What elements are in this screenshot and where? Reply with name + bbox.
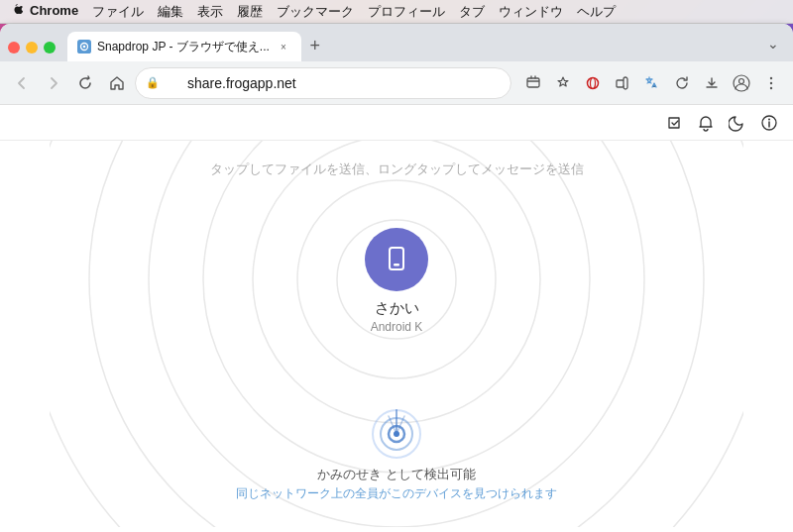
info-button[interactable]: [757, 111, 781, 135]
download-button[interactable]: [698, 69, 726, 97]
svg-rect-3: [527, 78, 539, 87]
menu-bar-items[interactable]: Chrome ファイル 編集 表示 履歴 ブックマーク プロフィール タブ ウィ…: [30, 3, 616, 21]
svg-rect-6: [617, 80, 623, 87]
local-device-desc[interactable]: 同じネットワーク上の全員がこのデバイスを見つけられます: [236, 485, 557, 502]
svg-point-10: [770, 81, 772, 83]
page-content: タップしてファイルを送信、ロングタップしてメッセージを送信 さかい Androi…: [0, 141, 793, 532]
address-bar: 🔒 share.frogapp.net: [0, 61, 793, 105]
rotate-button[interactable]: [668, 69, 696, 97]
star-icon: [555, 75, 571, 91]
profile-button[interactable]: [728, 69, 755, 97]
tab-search-button[interactable]: [519, 69, 547, 97]
radar-icon: [369, 406, 424, 462]
extensions-button[interactable]: [609, 69, 636, 97]
svg-point-13: [768, 118, 770, 120]
svg-point-11: [770, 86, 772, 88]
moon-icon: [729, 114, 746, 132]
svg-rect-21: [390, 248, 403, 269]
device-icon[interactable]: [365, 228, 428, 291]
address-actions: [519, 69, 785, 97]
menu-file[interactable]: ファイル: [92, 3, 144, 21]
extensions-icon: [615, 75, 630, 91]
window-maximize-button[interactable]: [44, 42, 56, 53]
dark-mode-button[interactable]: [726, 111, 749, 135]
svg-point-2: [83, 46, 86, 49]
menu-view[interactable]: 表示: [197, 3, 223, 21]
ext-snapdrop-icon: [665, 114, 683, 132]
menu-tab[interactable]: タブ: [459, 3, 485, 21]
apple-logo-icon: [8, 4, 24, 20]
back-button[interactable]: [8, 69, 36, 97]
more-button[interactable]: [757, 69, 785, 97]
tab-search-icon: [525, 75, 541, 91]
download-icon: [704, 75, 720, 91]
home-icon: [109, 75, 125, 91]
hint-text: タップしてファイルを送信、ロングタップしてメッセージを送信: [210, 160, 584, 178]
menu-window[interactable]: ウィンドウ: [499, 3, 563, 21]
translate-button[interactable]: [638, 69, 666, 97]
translate-icon: [644, 75, 660, 91]
svg-point-8: [739, 78, 744, 83]
tab-favicon-icon: [77, 40, 91, 53]
menu-app-name[interactable]: Chrome: [30, 3, 78, 21]
lock-icon: 🔒: [146, 76, 160, 89]
bookmark-button[interactable]: [549, 69, 577, 97]
reload-icon: [77, 75, 93, 91]
device-os: Android K: [371, 320, 423, 334]
svg-rect-22: [394, 264, 399, 266]
forward-icon: [46, 75, 61, 91]
remote-device[interactable]: さかい Android K: [365, 228, 428, 334]
ext-snapdrop-button[interactable]: [662, 111, 686, 135]
menu-edit[interactable]: 編集: [158, 3, 183, 21]
phone-icon: [381, 244, 412, 275]
home-button[interactable]: [103, 69, 131, 97]
tab-bar-menu-button[interactable]: ⌄: [761, 32, 785, 55]
device-name: さかい: [375, 299, 419, 318]
opera-icon: [585, 75, 601, 91]
notifications-button[interactable]: [694, 111, 718, 135]
menu-bookmarks[interactable]: ブックマーク: [277, 3, 354, 21]
bell-icon: [697, 114, 715, 132]
forward-button[interactable]: [40, 69, 67, 97]
menu-profile[interactable]: プロフィール: [368, 3, 445, 21]
mac-menu-bar: Chrome ファイル 編集 表示 履歴 ブックマーク プロフィール タブ ウィ…: [0, 0, 793, 24]
local-device-name: かみのせき として検出可能: [317, 466, 476, 483]
extension-toolbar: [0, 105, 793, 141]
svg-point-9: [770, 76, 772, 78]
menu-help[interactable]: ヘルプ: [577, 3, 616, 21]
tab-title: Snapdrop JP - ブラウザで使え...: [97, 39, 270, 55]
menu-history[interactable]: 履歴: [237, 3, 263, 21]
tab-bar-right: ⌄: [761, 32, 785, 61]
window-close-button[interactable]: [8, 42, 20, 53]
address-input[interactable]: 🔒 share.frogapp.net: [135, 67, 511, 99]
reload-button[interactable]: [71, 69, 99, 97]
back-icon: [14, 75, 30, 91]
chrome-window: Snapdrop JP - ブラウザで使え... × + ⌄: [0, 24, 793, 532]
rotate-icon: [674, 75, 690, 91]
svg-point-4: [588, 77, 599, 88]
tab-close-button[interactable]: ×: [276, 39, 291, 54]
url-text: share.frogapp.net: [187, 75, 296, 91]
info-icon: [760, 114, 778, 132]
window-controls: [8, 42, 56, 61]
more-icon: [763, 75, 779, 91]
window-minimize-button[interactable]: [26, 42, 38, 53]
new-tab-button[interactable]: +: [301, 32, 329, 59]
svg-point-5: [591, 77, 596, 88]
tab-bar: Snapdrop JP - ブラウザで使え... × + ⌄: [0, 24, 793, 61]
profile-icon: [733, 74, 750, 92]
opera-button[interactable]: [579, 69, 607, 97]
local-device: かみのせき として検出可能 同じネットワーク上の全員がこのデバイスを見つけられま…: [236, 406, 557, 502]
active-tab[interactable]: Snapdrop JP - ブラウザで使え... ×: [67, 32, 301, 61]
